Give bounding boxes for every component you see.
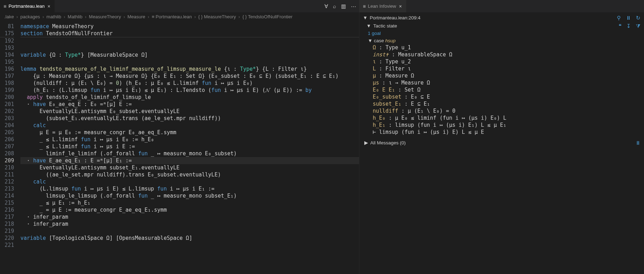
tactic-state-actions: ❝ ↧ ⧩ (619, 23, 640, 29)
tactic-state-header[interactable]: ▼ Tactic state (366, 22, 397, 30)
editor-tab-title: Portmanteau.lean (8, 4, 45, 9)
refresh-icon[interactable]: ↻ (636, 15, 640, 21)
collapse-icon[interactable]: ▼ (363, 15, 367, 20)
infoview-pane: ≡ Lean Infoview × ▼ Portmanteau.lean:209… (359, 0, 644, 274)
infoview-location-header[interactable]: ▼ Portmanteau.lean:209:4 (363, 14, 420, 22)
all-messages-label: All Messages (0) (370, 140, 406, 145)
editor-tab-bar: ≡ Portmanteau.lean × ∀ ⌕ ▥ ⋯ (0, 0, 359, 12)
hypotheses: Ω : Type u_1inst✝ : MeasurableSpace Ωι :… (363, 44, 640, 136)
forall-icon[interactable]: ∀ (324, 3, 328, 10)
reveal-icon[interactable]: ↧ (626, 23, 631, 29)
editor-tab[interactable]: ≡ Portmanteau.lean × (0, 0, 55, 12)
infoview-tab-title: Lean Infoview (368, 4, 396, 9)
tactic-state-label: Tactic state (373, 23, 397, 29)
more-icon[interactable]: ⋯ (351, 3, 356, 10)
all-messages-section: ▶ All Messages (0) ⏸ (363, 136, 640, 147)
infoview-tab[interactable]: ≡ Lean Infoview × (359, 0, 407, 12)
file-icon: ≡ (363, 4, 366, 9)
case-name: hsup (385, 38, 395, 43)
code-area[interactable]: 8117519219319419519619719819920020120220… (0, 21, 359, 274)
editor-tab-actions: ∀ ⌕ ▥ ⋯ (324, 3, 356, 10)
infoview-tab-bar: ≡ Lean Infoview × (359, 0, 644, 12)
infoview-top-actions: ⚲ ⏸ ↻ (617, 15, 640, 21)
pause-icon[interactable]: ⏸ (626, 15, 631, 21)
search-icon[interactable]: ⌕ (333, 3, 336, 9)
goal-case[interactable]: ▼ case hsup (363, 37, 640, 44)
close-icon[interactable]: × (47, 4, 51, 9)
infoview-body: ▼ Portmanteau.lean:209:4 ⚲ ⏸ ↻ ▼ Tactic … (359, 12, 644, 274)
collapse-icon[interactable]: ▼ (366, 23, 371, 29)
filter-icon[interactable]: ⧩ (636, 23, 640, 29)
file-icon: ≡ (4, 4, 6, 9)
collapse-icon[interactable]: ▼ (368, 38, 372, 43)
goal-count: 1 goal (363, 30, 640, 37)
quote-icon[interactable]: ❝ (619, 23, 621, 29)
line-gutter: 8117519219319419519619719819920020120220… (0, 21, 20, 274)
pin-icon[interactable]: ⚲ (617, 15, 621, 21)
split-editor-icon[interactable]: ▥ (341, 3, 346, 10)
pause-icon[interactable]: ⏸ (635, 140, 640, 146)
close-icon[interactable]: × (398, 4, 402, 9)
code-content[interactable]: namespace MeasureTheorysection TendstoOf… (20, 21, 359, 274)
breadcrumb[interactable]: .lake›packages›mathlib›Mathlib›MeasureTh… (0, 12, 359, 21)
all-messages-header[interactable]: ▶ All Messages (0) (364, 138, 406, 147)
case-keyword: case (374, 38, 384, 43)
editor-pane: ≡ Portmanteau.lean × ∀ ⌕ ▥ ⋯ .lake›packa… (0, 0, 359, 274)
expand-icon[interactable]: ▶ (364, 140, 368, 145)
infoview-location: Portmanteau.lean:209:4 (370, 15, 420, 20)
